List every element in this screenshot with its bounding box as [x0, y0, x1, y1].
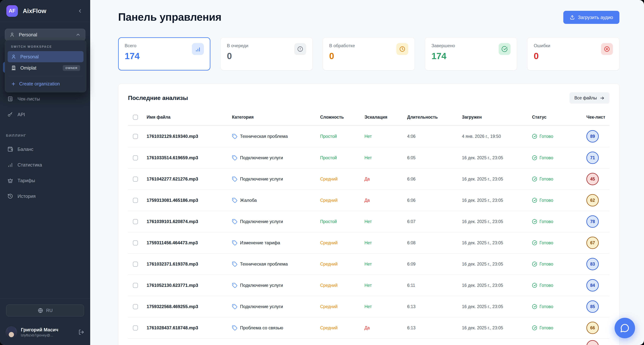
- row-checkbox[interactable]: [133, 283, 138, 288]
- user-menu[interactable]: Григорий Масич lzlyfbzxb7giovey@...: [6, 326, 85, 338]
- table-row[interactable]: 1761032371.619378.mp3 Техническая пробле…: [128, 253, 610, 274]
- stat-card-processing[interactable]: В обработке 0: [323, 37, 415, 71]
- billing-section-label: БИЛЛИНГ: [3, 134, 87, 138]
- workspace-current-label: Personal: [19, 32, 37, 38]
- row-checkbox[interactable]: [133, 219, 138, 224]
- file-name: 1761033514.619659.mp3: [145, 155, 232, 160]
- bar-chart-icon: [192, 43, 204, 55]
- plus-icon: [11, 82, 16, 86]
- sidebar-item-statistics[interactable]: Статистика: [3, 159, 87, 170]
- upload-audio-button[interactable]: Загрузить аудио: [563, 11, 620, 24]
- checklist-score-badge: 78: [586, 215, 599, 228]
- stat-card-queued[interactable]: В очереди 0: [220, 37, 313, 71]
- workspace-switcher-button[interactable]: Personal: [5, 29, 85, 41]
- row-checkbox[interactable]: [133, 155, 138, 160]
- checklist-score-badge: 83: [586, 258, 599, 270]
- category-label: Жалоба: [240, 198, 257, 203]
- history-icon: [8, 193, 13, 199]
- stat-label: Всего: [125, 43, 140, 48]
- column-header-checklist: Чек-лист: [585, 115, 610, 120]
- check-circle-icon: [532, 283, 537, 288]
- workspace-option-personal[interactable]: Personal: [8, 51, 84, 62]
- logout-button[interactable]: [77, 328, 85, 336]
- stat-label: В очереди: [227, 43, 248, 48]
- stat-card-completed[interactable]: Завершено 174: [425, 37, 517, 71]
- status-cell: Готово: [532, 155, 585, 160]
- uploaded-date: 16 дек. 2025 г., 23:05: [462, 198, 532, 203]
- column-header-file: Имя файла: [145, 115, 232, 120]
- file-name: 1761028437.618748.mp3: [145, 325, 232, 330]
- table-row[interactable]: 1761028437.618748.mp3 Проблема со связью…: [128, 317, 610, 338]
- checklist-score-badge: 67: [586, 237, 599, 249]
- category-label: Техническая проблема: [240, 134, 288, 139]
- escalation: Нет: [364, 304, 407, 309]
- chat-button[interactable]: [614, 318, 635, 338]
- user-name: Григорий Масич: [21, 327, 77, 332]
- sidebar-item-label: Тарифы: [18, 178, 35, 183]
- file-name: 1761039101.620874.mp3: [145, 219, 232, 224]
- logo-initials: AF: [9, 8, 16, 14]
- select-all-checkbox[interactable]: [133, 115, 138, 120]
- sidebar-item-balance[interactable]: Баланс: [3, 144, 87, 155]
- check-circle-icon: [532, 134, 537, 139]
- checklist-score-cell: 89: [585, 130, 610, 142]
- language-button[interactable]: RU: [6, 304, 84, 316]
- complexity: Простой: [320, 155, 364, 160]
- bar-chart-icon: [8, 162, 13, 168]
- main-content: Панель управления Загрузить аудио Всего …: [90, 0, 644, 345]
- category-cell: Подключение услуги: [232, 176, 320, 182]
- status-label: Готово: [540, 325, 553, 330]
- uploaded-date: 16 дек. 2025 г., 23:05: [462, 262, 532, 267]
- stat-card-errors[interactable]: Ошибки 0: [527, 37, 620, 71]
- table-row[interactable]: 1761039101.620874.mp3 Подключение услуги…: [128, 211, 610, 232]
- row-checkbox[interactable]: [133, 325, 138, 330]
- table-body: 1761032129.619340.mp3 Техническая пробле…: [128, 126, 610, 345]
- complexity: Средний: [320, 304, 364, 309]
- sidebar-item-api[interactable]: API: [3, 109, 87, 120]
- all-files-button[interactable]: Все файлы: [570, 92, 610, 104]
- table-row[interactable]: 1761042277.621276.mp3 Подключение услуги…: [128, 168, 610, 189]
- language-label: RU: [46, 308, 53, 313]
- category-cell: Жалоба: [232, 198, 320, 203]
- row-checkbox[interactable]: [133, 240, 138, 245]
- row-checkbox[interactable]: [133, 198, 138, 203]
- checklist-score-cell: [585, 340, 610, 345]
- chevron-left-icon: [77, 8, 83, 14]
- stat-card-total[interactable]: Всего 174: [118, 37, 210, 71]
- table-row[interactable]: 1761033514.619659.mp3 Подключение услуги…: [128, 147, 610, 168]
- status-label: Готово: [540, 240, 553, 245]
- workspace-option-omiplat[interactable]: Omiplat OWNER: [8, 62, 84, 74]
- row-checkbox[interactable]: [133, 134, 138, 139]
- table-row[interactable]: 1761032129.619340.mp3 Техническая пробле…: [128, 126, 610, 147]
- sidebar-item-tariffs[interactable]: Тарифы: [3, 175, 87, 186]
- row-checkbox[interactable]: [133, 262, 138, 267]
- workspace-option-label: Omiplat: [20, 65, 36, 71]
- uploaded-date: 16 дек. 2025 г., 23:05: [462, 177, 532, 182]
- duration: 6:06: [407, 198, 462, 203]
- sidebar-item-checklists[interactable]: Чек-листы: [3, 93, 87, 104]
- escalation: Да: [364, 325, 407, 330]
- table-row-partial[interactable]: [128, 338, 610, 345]
- sidebar-collapse-button[interactable]: [76, 7, 84, 15]
- escalation: Да: [364, 198, 407, 203]
- sidebar-item-history[interactable]: История: [3, 191, 87, 202]
- escalation: Нет: [364, 240, 407, 245]
- table-row[interactable]: 1759313081.465186.mp3 Жалоба Средний Да …: [128, 189, 610, 211]
- create-organization-button[interactable]: Create organization: [8, 79, 84, 89]
- person-icon: [10, 32, 15, 37]
- category-cell: Подключение услуги: [232, 304, 320, 309]
- complexity: Средний: [320, 177, 364, 182]
- row-checkbox[interactable]: [133, 177, 138, 182]
- escalation: Нет: [364, 283, 407, 288]
- file-name: 1759322568.469255.mp3: [145, 304, 232, 309]
- duration: 6:05: [407, 155, 462, 160]
- stat-label: Ошибки: [534, 43, 550, 48]
- category-label: Подключение услуги: [240, 219, 283, 224]
- uploaded-date: 16 дек. 2025 г., 23:05: [462, 240, 532, 245]
- status-cell: Готово: [532, 240, 585, 245]
- complexity: Средний: [320, 262, 364, 267]
- row-checkbox[interactable]: [133, 304, 138, 309]
- table-row[interactable]: 1759322568.469255.mp3 Подключение услуги…: [128, 296, 610, 317]
- table-row[interactable]: 1761052130.623771.mp3 Подключение услуги…: [128, 274, 610, 296]
- table-row[interactable]: 1759311456.464473.mp3 Изменение тарифа С…: [128, 232, 610, 253]
